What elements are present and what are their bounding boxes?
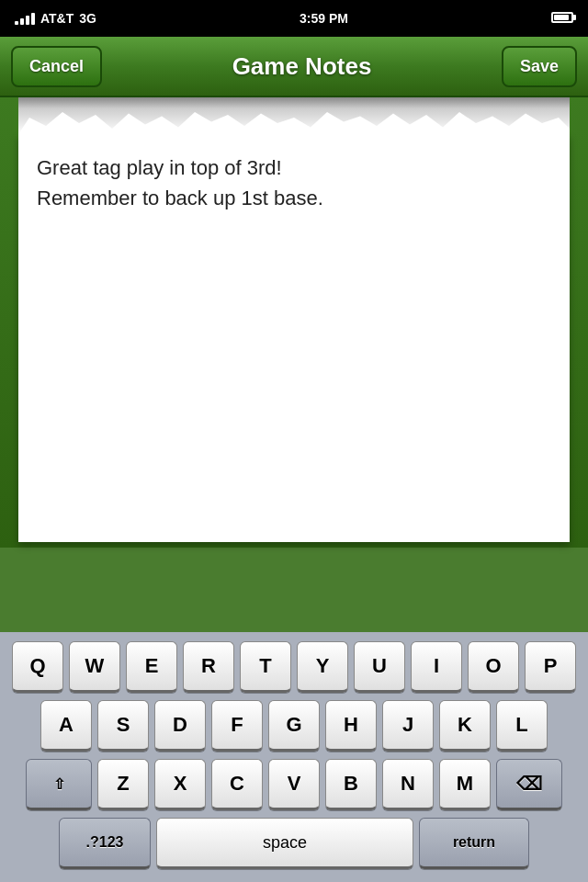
status-left: AT&T 3G <box>15 11 96 26</box>
key-s[interactable]: S <box>97 700 149 752</box>
key-e[interactable]: E <box>126 641 177 693</box>
save-button[interactable]: Save <box>502 46 577 87</box>
notes-container: Great tag play in top of 3rd! Remember t… <box>0 97 588 548</box>
key-v[interactable]: V <box>268 759 320 810</box>
key-a[interactable]: A <box>40 700 92 752</box>
cancel-button[interactable]: Cancel <box>11 46 102 87</box>
time-label: 3:59 PM <box>300 11 348 26</box>
key-l[interactable]: L <box>496 700 548 752</box>
key-b[interactable]: B <box>325 759 377 810</box>
key-k[interactable]: K <box>439 700 491 752</box>
key-m[interactable]: M <box>439 759 491 810</box>
notes-textarea[interactable]: Great tag play in top of 3rd! Remember t… <box>37 153 551 520</box>
key-c[interactable]: C <box>211 759 263 810</box>
notes-paper: Great tag play in top of 3rd! Remember t… <box>18 134 570 542</box>
keyboard-row-2: A S D F G H J K L <box>6 700 582 752</box>
key-o[interactable]: O <box>468 641 519 693</box>
key-t[interactable]: T <box>240 641 291 693</box>
key-h[interactable]: H <box>325 700 377 752</box>
key-u[interactable]: U <box>354 641 405 693</box>
key-n[interactable]: N <box>382 759 434 810</box>
keyboard-row-4: .?123 space return <box>6 818 582 869</box>
key-p[interactable]: P <box>525 641 576 693</box>
keyboard-row-3: ⇧ Z X C V B N M ⌫ <box>6 759 582 810</box>
key-j[interactable]: J <box>382 700 434 752</box>
key-i[interactable]: I <box>411 641 462 693</box>
carrier-label: AT&T <box>40 11 74 26</box>
torn-paper-decoration <box>18 97 570 134</box>
key-y[interactable]: Y <box>297 641 348 693</box>
key-return[interactable]: return <box>419 818 529 869</box>
key-q[interactable]: Q <box>12 641 63 693</box>
key-w[interactable]: W <box>69 641 120 693</box>
key-num-switch[interactable]: .?123 <box>59 818 151 869</box>
signal-bars-icon <box>15 13 35 25</box>
key-r[interactable]: R <box>183 641 234 693</box>
keyboard: Q W E R T Y U I O P A S D F G H J K L ⇧ … <box>0 632 588 882</box>
key-shift[interactable]: ⇧ <box>26 759 92 810</box>
keyboard-row-1: Q W E R T Y U I O P <box>6 641 582 693</box>
key-f[interactable]: F <box>211 700 263 752</box>
battery-icon <box>551 11 573 26</box>
key-g[interactable]: G <box>268 700 320 752</box>
nav-bar: Cancel Game Notes Save <box>0 37 588 97</box>
key-backspace[interactable]: ⌫ <box>496 759 562 810</box>
key-d[interactable]: D <box>154 700 206 752</box>
key-z[interactable]: Z <box>97 759 149 810</box>
status-bar: AT&T 3G 3:59 PM <box>0 0 588 37</box>
key-x[interactable]: X <box>154 759 206 810</box>
page-title: Game Notes <box>102 52 502 81</box>
key-space[interactable]: space <box>156 818 413 869</box>
network-label: 3G <box>79 11 96 26</box>
